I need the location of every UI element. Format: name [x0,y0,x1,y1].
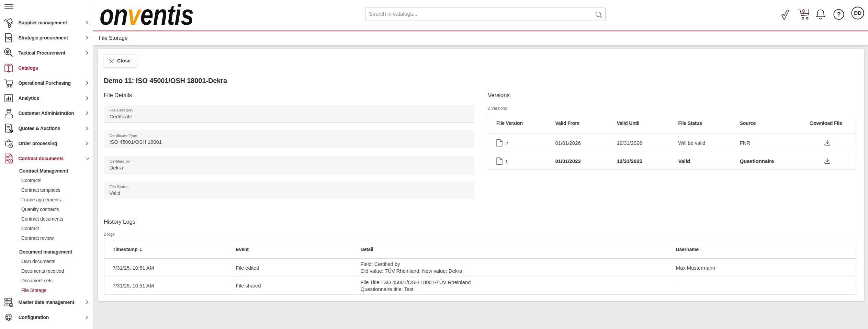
svg-text:§: § [10,159,11,163]
